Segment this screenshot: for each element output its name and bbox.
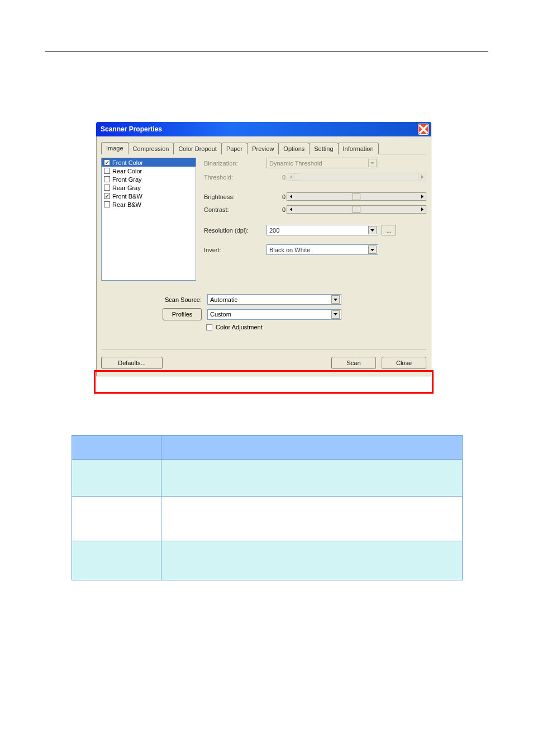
label-threshold: Threshold: (199, 174, 266, 181)
row-threshold: Threshold: 0 (199, 173, 426, 181)
checkbox-rear-gray[interactable] (104, 185, 110, 191)
list-item-label: Rear Gray (112, 185, 141, 191)
defaults-button[interactable]: Defaults... (101, 357, 163, 369)
row-invert: Invert: Black on White (199, 244, 426, 255)
list-item-rear-color[interactable]: Rear Color (102, 167, 196, 175)
label-contrast: Contrast: (199, 206, 266, 213)
dropdown-resolution[interactable]: 200 (266, 225, 378, 235)
threshold-slider (294, 173, 418, 181)
checkbox-rear-color[interactable] (104, 168, 110, 174)
table-header-2 (161, 436, 462, 459)
arrow-right-icon[interactable] (418, 192, 426, 201)
contrast-value: 0 (266, 206, 287, 213)
checkbox-front-gray[interactable] (104, 176, 110, 182)
checkbox-front-color[interactable]: ✔ (104, 159, 110, 166)
table-cell (72, 497, 161, 541)
tab-setting[interactable]: Setting (309, 143, 338, 154)
list-item-front-gray[interactable]: Front Gray (102, 175, 196, 183)
description-table (72, 435, 463, 580)
chevron-down-icon[interactable] (368, 226, 377, 234)
dropdown-profiles[interactable]: Custom (207, 309, 341, 320)
list-item-front-bw[interactable]: ✔ Front B&W (102, 192, 196, 200)
label-scan-source: Scan Source: (101, 296, 207, 303)
chevron-down-icon[interactable] (331, 295, 340, 304)
list-item-rear-gray[interactable]: Rear Gray (102, 183, 196, 192)
row-contrast: Contrast: 0 (199, 205, 426, 214)
row-scan-source: Scan Source: Automatic (101, 294, 426, 305)
list-item-label: Front Gray (112, 176, 142, 183)
brightness-slider[interactable] (294, 192, 418, 201)
row-color-adjustment: Color Adjustment (206, 324, 426, 330)
list-item-label: Front Color (112, 159, 143, 166)
tab-paper[interactable]: Paper (221, 143, 248, 154)
chevron-down-icon (368, 159, 377, 167)
tab-preview[interactable]: Preview (247, 143, 279, 154)
window-title: Scanner Properties (101, 125, 418, 133)
table-cell (161, 541, 462, 580)
close-icon[interactable] (418, 124, 429, 135)
dialog-button-bar: Defaults... Scan Close (101, 349, 426, 369)
arrow-left-icon[interactable] (287, 205, 295, 214)
table-header-1 (72, 436, 161, 459)
tab-color-dropout[interactable]: Color Dropout (173, 143, 221, 154)
label-resolution: Resolution (dpi): (199, 227, 266, 234)
brightness-value: 0 (266, 193, 287, 200)
list-item-label: Rear Color (112, 168, 142, 174)
row-resolution: Resolution (dpi): 200 ... (199, 225, 426, 235)
checkbox-color-adjustment[interactable] (206, 324, 212, 330)
checkbox-front-bw[interactable]: ✔ (104, 193, 110, 199)
list-item-rear-bw[interactable]: Rear B&W (102, 200, 196, 209)
row-brightness: Brightness: 0 (199, 192, 426, 201)
list-item-label: Front B&W (112, 193, 142, 200)
tab-options[interactable]: Options (278, 143, 310, 154)
contrast-slider[interactable] (294, 205, 418, 214)
table-cell (72, 541, 161, 580)
resolution-more-button[interactable]: ... (382, 225, 396, 235)
arrow-right-icon (418, 173, 426, 181)
list-item-label: Rear B&W (112, 201, 141, 208)
tab-strip: Image Compression Color Dropout Paper Pr… (101, 141, 426, 154)
checkbox-rear-bw[interactable] (104, 201, 110, 207)
table-cell (72, 460, 161, 496)
dropdown-scan-source[interactable]: Automatic (207, 294, 341, 305)
label-color-adjustment: Color Adjustment (216, 324, 263, 330)
titlebar[interactable]: Scanner Properties (96, 122, 431, 136)
label-brightness: Brightness: (199, 193, 266, 200)
arrow-left-icon[interactable] (287, 192, 295, 201)
profiles-button[interactable]: Profiles (163, 308, 202, 320)
table-cell (161, 460, 462, 496)
list-item-front-color[interactable]: ✔ Front Color (102, 158, 196, 167)
table-cell (161, 497, 462, 541)
row-profiles: Profiles Custom (101, 308, 426, 320)
close-button[interactable]: Close (382, 357, 426, 369)
threshold-value: 0 (266, 174, 287, 181)
label-binarization: Binarization: (199, 160, 266, 167)
row-binarization: Binarization: Dynamic Threshold (199, 158, 426, 168)
scan-button[interactable]: Scan (331, 357, 376, 369)
chevron-down-icon[interactable] (331, 310, 340, 319)
tab-information[interactable]: Information (338, 143, 379, 154)
image-selection-list[interactable]: ✔ Front Color Rear Color Front Gray Rear… (101, 158, 196, 281)
dropdown-invert[interactable]: Black on White (266, 244, 378, 255)
tab-compression[interactable]: Compression (128, 143, 174, 154)
tab-image[interactable]: Image (101, 142, 129, 154)
scanner-properties-dialog: Scanner Properties Image Compression Col… (96, 122, 431, 376)
chevron-down-icon[interactable] (368, 245, 377, 254)
dropdown-binarization: Dynamic Threshold (266, 158, 378, 168)
arrow-right-icon[interactable] (418, 205, 426, 214)
label-invert: Invert: (199, 247, 266, 253)
